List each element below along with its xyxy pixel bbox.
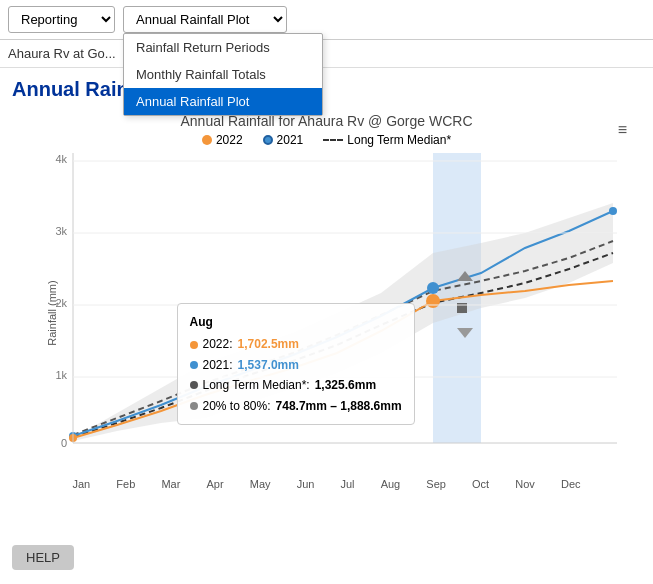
ytick-3k: 3k [55,225,67,237]
x-label-sep: Sep [426,478,446,490]
dot-2021-aug [427,282,439,294]
legend-2022-dot [202,135,212,145]
x-label-feb: Feb [116,478,135,490]
x-label-may: May [250,478,271,490]
dropdown-menu: Rainfall Return Periods Monthly Rainfall… [123,33,323,116]
legend-2022-label: 2022 [216,133,243,147]
plot-select[interactable]: Annual Rainfall Plot [123,6,287,33]
sub-bar-text: Ahaura Rv at Go... [8,46,116,61]
x-label-jan: Jan [73,478,91,490]
hamburger-menu[interactable]: ≡ [618,121,627,139]
legend-2022: 2022 [202,133,243,147]
reporting-select[interactable]: Reporting [8,6,115,33]
dropdown-item-annual-rainfall[interactable]: Annual Rainfall Plot [124,88,322,115]
legend-2021-dot [263,135,273,145]
y-axis-label: Rainfall (mm) [45,280,57,345]
band-area [73,203,613,441]
chart-legend: 2022 2021 Long Term Median* [12,133,641,147]
legend-median-line [323,139,343,141]
plot-dropdown-container: Annual Rainfall Plot Rainfall Return Per… [123,6,287,33]
x-axis-labels: Jan Feb Mar Apr May Jun Jul Aug Sep Oct … [37,476,617,490]
sub-bar: Ahaura Rv at Go... [0,40,653,68]
ytick-0: 0 [60,437,66,449]
x-label-dec: Dec [561,478,581,490]
dropdown-item-monthly-rainfall[interactable]: Monthly Rainfall Totals [124,61,322,88]
x-label-jul: Jul [340,478,354,490]
page-title: Annual Rainfall Plot [0,68,653,105]
ytick-1k: 1k [55,369,67,381]
top-bar: Reporting Annual Rainfall Plot Rainfall … [0,0,653,40]
legend-median: Long Term Median* [323,133,451,147]
legend-2021-label: 2021 [277,133,304,147]
legend-2021: 2021 [263,133,304,147]
chart-title: Annual Rainfall for Ahaura Rv @ Gorge WC… [12,113,641,129]
chart-svg: 4k 3k 2k 1k 0 [37,153,617,473]
x-label-oct: Oct [472,478,489,490]
x-label-apr: Apr [207,478,224,490]
ytick-4k: 4k [55,153,67,165]
help-button[interactable]: HELP [12,545,74,570]
x-label-nov: Nov [515,478,535,490]
x-label-jun: Jun [297,478,315,490]
x-label-aug: Aug [381,478,401,490]
chart-area: Annual Rainfall for Ahaura Rv @ Gorge WC… [0,105,653,481]
x-label-mar: Mar [161,478,180,490]
legend-median-label: Long Term Median* [347,133,451,147]
dot-2021-dec [609,207,617,215]
dot-2022-aug [426,294,440,308]
dropdown-item-rainfall-return[interactable]: Rainfall Return Periods [124,34,322,61]
chart-wrap: Rainfall (mm) [37,153,617,473]
